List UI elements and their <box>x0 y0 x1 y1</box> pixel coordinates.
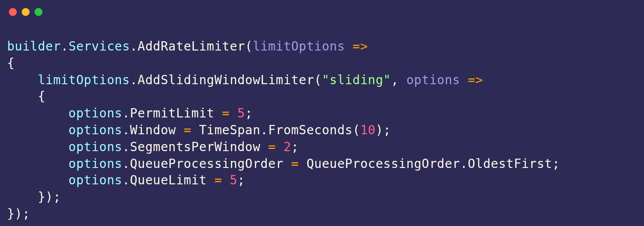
code-line-2: { <box>7 56 15 70</box>
token-queueprocessingorder-type: QueueProcessingOrder <box>307 156 460 171</box>
token-indent <box>7 156 69 171</box>
token-limitoptions: limitOptions <box>253 39 345 54</box>
code-line-6: options.Window = TimeSpan.FromSeconds(10… <box>7 123 391 137</box>
code-content: builder.Services.AddRateLimiter(limitOpt… <box>0 16 644 226</box>
code-line-1: builder.Services.AddRateLimiter(limitOpt… <box>7 39 368 54</box>
token-indent <box>7 173 69 187</box>
token-segmentsperwindow: SegmentsPerWindow <box>130 140 261 154</box>
close-icon[interactable] <box>9 8 17 16</box>
token-options: options <box>69 173 123 187</box>
token-services: Services <box>69 39 130 54</box>
token-equals: = <box>176 123 199 137</box>
token-options: options <box>406 73 460 87</box>
token-dot: . <box>130 73 138 87</box>
token-dot: . <box>61 39 69 54</box>
token-number-5: 5 <box>238 106 245 121</box>
code-line-9: options.QueueLimit = 5; <box>7 173 245 187</box>
token-indent <box>7 123 69 137</box>
token-rparen: ) <box>15 207 22 221</box>
token-comma: , <box>391 73 406 87</box>
token-arrow: => <box>345 39 368 54</box>
token-indent <box>7 106 69 121</box>
token-indent <box>7 73 38 87</box>
token-indent <box>7 89 38 104</box>
token-arrow: => <box>460 73 483 87</box>
token-timespan: TimeSpan <box>199 123 261 137</box>
token-options: options <box>69 123 123 137</box>
code-line-4: { <box>7 89 46 104</box>
token-dot: . <box>122 123 130 137</box>
token-indent <box>7 190 38 204</box>
minimize-icon[interactable] <box>22 8 30 16</box>
token-equals: = <box>261 140 284 154</box>
token-number-10: 10 <box>360 123 376 137</box>
token-dot: . <box>122 173 130 187</box>
token-oldestfirst: OldestFirst <box>468 156 552 171</box>
token-options: options <box>69 106 123 121</box>
token-permitlimit: PermitLimit <box>130 106 215 121</box>
code-line-5: options.PermitLimit = 5; <box>7 106 253 121</box>
token-semicolon: ; <box>23 207 30 221</box>
code-line-10: }); <box>7 190 61 204</box>
token-semicolon: ; <box>383 123 391 137</box>
token-queuelimit: QueueLimit <box>130 173 207 187</box>
token-options: options <box>69 140 123 154</box>
token-semicolon: ; <box>53 190 61 204</box>
token-rbrace: } <box>7 207 15 221</box>
token-lparen: ( <box>245 39 253 54</box>
token-lparen: ( <box>314 73 322 87</box>
token-string-sliding: "sliding" <box>322 73 391 87</box>
token-rparen: ) <box>376 123 383 137</box>
token-dot: . <box>460 156 468 171</box>
token-addratelimiter: AddRateLimiter <box>138 39 245 54</box>
code-line-3: limitOptions.AddSlidingWindowLimiter("sl… <box>7 73 483 87</box>
token-addslidingwindowlimiter: AddSlidingWindowLimiter <box>138 73 314 87</box>
token-dot: . <box>122 140 130 154</box>
token-queueprocessingorder: QueueProcessingOrder <box>130 156 284 171</box>
token-window: Window <box>130 123 176 137</box>
token-number-5: 5 <box>230 173 237 187</box>
token-builder: builder <box>7 39 61 54</box>
token-equals: = <box>215 106 238 121</box>
token-semicolon: ; <box>245 106 253 121</box>
token-options: options <box>69 156 123 171</box>
code-line-8: options.QueueProcessingOrder = QueueProc… <box>7 156 560 171</box>
window-titlebar <box>0 0 644 16</box>
token-lparen: ( <box>353 123 360 137</box>
maximize-icon[interactable] <box>34 8 42 16</box>
token-dot: . <box>122 106 130 121</box>
token-semicolon: ; <box>552 156 560 171</box>
token-lbrace: { <box>7 56 15 70</box>
token-dot: . <box>122 156 130 171</box>
token-fromseconds: FromSeconds <box>268 123 353 137</box>
token-dot: . <box>261 123 268 137</box>
code-window: builder.Services.AddRateLimiter(limitOpt… <box>0 0 644 226</box>
token-equals: = <box>284 156 307 171</box>
token-limitoptions: limitOptions <box>38 73 130 87</box>
token-rparen: ) <box>46 190 53 204</box>
token-number-2: 2 <box>284 140 291 154</box>
token-rbrace: } <box>38 190 45 204</box>
token-dot: . <box>130 39 138 54</box>
token-semicolon: ; <box>238 173 245 187</box>
code-line-11: }); <box>7 207 30 221</box>
token-lbrace: { <box>38 89 45 104</box>
code-line-7: options.SegmentsPerWindow = 2; <box>7 140 299 154</box>
token-semicolon: ; <box>291 140 299 154</box>
token-indent <box>7 140 69 154</box>
token-equals: = <box>207 173 230 187</box>
